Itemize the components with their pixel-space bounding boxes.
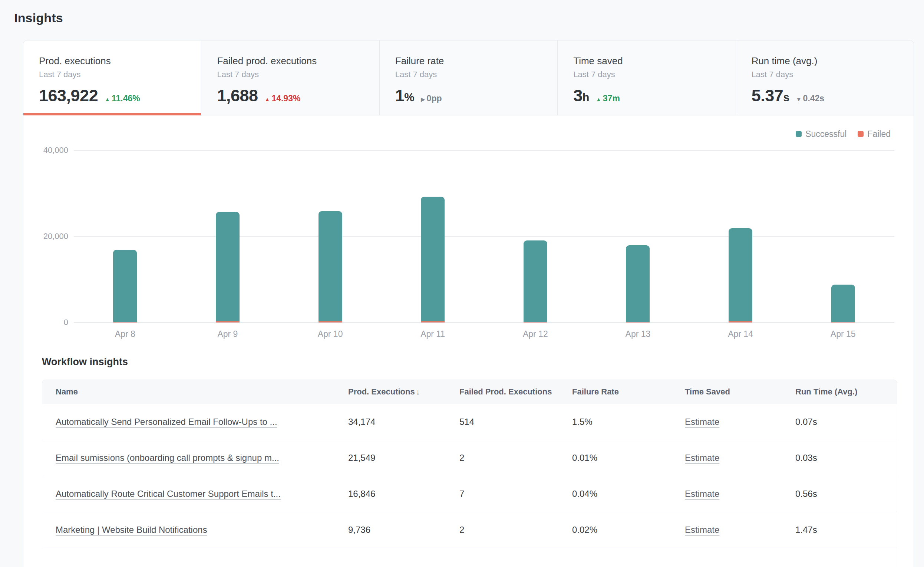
bar-failed-segment: [113, 322, 137, 323]
sort-descending-icon: ↓: [415, 387, 420, 396]
cell-prod-executions: 16,846: [348, 476, 459, 512]
y-axis-label: 40,000: [23, 146, 68, 155]
chart-plot-area: 40,00020,0000: [23, 150, 914, 322]
column-header-time-saved[interactable]: Time Saved: [685, 380, 795, 404]
cell-failed-prod-executions: 514: [459, 404, 572, 440]
bar-apr-12: [524, 241, 547, 322]
triangle-flat-icon: ▶: [421, 96, 425, 103]
metric-tab-failure-rate[interactable]: Failure rateLast 7 days1%▶0pp: [380, 41, 558, 115]
workflow-name-cell: Email sumissions (onboarding call prompt…: [42, 440, 348, 476]
x-axis-label: Apr 13: [586, 329, 689, 339]
bar-apr-14: [729, 228, 752, 322]
metric-label: Prod. executions: [39, 54, 185, 67]
workflow-name-cell: [42, 548, 348, 567]
legend-item-failed[interactable]: Failed: [858, 129, 891, 139]
workflow-name-link[interactable]: Marketing | Website Build Notifications: [56, 525, 207, 535]
cell-time-saved: Estimate: [685, 476, 795, 512]
x-axis-label: Apr 15: [792, 329, 894, 339]
metric-delta: ▲37m: [596, 93, 620, 104]
cell-prod-executions: 21,549: [348, 440, 459, 476]
chart-legend: SuccessfulFailed: [23, 128, 891, 140]
cell-prod-executions: 34,174: [348, 404, 459, 440]
cell-failed-prod-executions: 2: [459, 440, 572, 476]
metric-period: Last 7 days: [395, 69, 542, 80]
cell-time-saved: Estimate: [685, 512, 795, 548]
metric-period: Last 7 days: [39, 69, 185, 80]
bar-failed-segment: [831, 322, 855, 323]
estimate-link[interactable]: Estimate: [685, 489, 719, 499]
column-header-failure-rate[interactable]: Failure Rate: [572, 380, 685, 404]
page-title: Insights: [14, 0, 914, 26]
metric-delta: ▼0.42s: [796, 93, 824, 104]
estimate-link[interactable]: Estimate: [685, 525, 719, 535]
workflow-name-link[interactable]: Automatically Send Personalized Email Fo…: [56, 417, 278, 427]
bar-successful-segment: [524, 241, 547, 321]
bar-successful-segment: [421, 197, 445, 321]
bar-successful-segment: [113, 250, 137, 322]
triangle-up-icon: ▲: [596, 96, 602, 102]
bar-apr-11: [421, 197, 445, 322]
column-header-failed-prod-executions[interactable]: Failed Prod. Executions: [459, 380, 572, 404]
workflow-name-cell: Automatically Send Personalized Email Fo…: [42, 404, 348, 440]
column-header-run-time-avg[interactable]: Run Time (Avg.): [795, 380, 897, 404]
metric-tab-time-saved[interactable]: Time savedLast 7 days3h▲37m: [558, 41, 736, 115]
x-axis-label: Apr 10: [279, 329, 381, 339]
cell-time-saved: Estimate: [685, 440, 795, 476]
bar-failed-segment: [318, 321, 342, 322]
x-axis-label: Apr 9: [177, 329, 279, 339]
x-axis-label: Apr 12: [484, 329, 587, 339]
triangle-down-icon: ▼: [796, 96, 802, 102]
executions-chart: SuccessfulFailed 40,00020,0000 Apr 8Apr …: [23, 116, 914, 339]
cell-failed-prod-executions: 7: [459, 476, 572, 512]
x-axis-label: Apr 14: [689, 329, 792, 339]
cell-failure-rate: [572, 548, 685, 567]
cell-run-time: 1.47s: [795, 512, 897, 548]
gridline: [74, 322, 894, 323]
cell-time-saved: Estimate: [685, 404, 795, 440]
metric-delta: ▲11.46%: [105, 93, 140, 104]
bar-apr-10: [318, 211, 342, 322]
triangle-up-icon: ▲: [105, 96, 110, 102]
metric-value: 5.37s: [752, 86, 789, 105]
table-row: Email sumissions (onboarding call prompt…: [42, 440, 897, 476]
cell-failed-prod-executions: 2: [459, 512, 572, 548]
cell-prod-executions: [348, 548, 459, 567]
metric-value: 3h: [573, 86, 589, 105]
insights-card: Prod. executionsLast 7 days163,922▲11.46…: [23, 40, 914, 567]
metric-tab-failed-prod-executions[interactable]: Failed prod. executionsLast 7 days1,688▲…: [201, 41, 380, 115]
metric-label: Run time (avg.): [752, 54, 898, 67]
x-axis-label: Apr 11: [381, 329, 484, 339]
metric-tab-prod-executions[interactable]: Prod. executionsLast 7 days163,922▲11.46…: [23, 41, 201, 115]
bar-apr-9: [216, 212, 240, 322]
table-row: [42, 548, 897, 567]
workflow-name-link[interactable]: Email sumissions (onboarding call prompt…: [56, 453, 279, 463]
metric-period: Last 7 days: [752, 69, 898, 80]
workflow-name-cell: Marketing | Website Build Notifications: [42, 512, 348, 548]
metric-tab-run-time-avg[interactable]: Run time (avg.)Last 7 days5.37s▼0.42s: [736, 41, 914, 115]
cell-failure-rate: 0.04%: [572, 476, 685, 512]
table-row: Automatically Route Critical Customer Su…: [42, 476, 897, 512]
legend-item-successful[interactable]: Successful: [796, 129, 846, 139]
cell-time-saved: [685, 548, 795, 567]
bar-successful-segment: [216, 212, 240, 321]
column-header-name[interactable]: Name: [42, 380, 348, 404]
x-axis-labels: Apr 8Apr 9Apr 10Apr 11Apr 12Apr 13Apr 14…: [74, 329, 894, 339]
table-header-row: NameProd. Executions↓Failed Prod. Execut…: [42, 380, 897, 404]
bar-failed-segment: [729, 321, 752, 322]
workflow-name-cell: Automatically Route Critical Customer Su…: [42, 476, 348, 512]
estimate-link[interactable]: Estimate: [685, 417, 719, 427]
metric-label: Failed prod. executions: [217, 54, 363, 67]
column-header-prod-executions[interactable]: Prod. Executions↓: [348, 380, 459, 404]
bar-failed-segment: [216, 321, 240, 322]
legend-swatch-icon: [796, 131, 802, 137]
bar-failed-segment: [626, 322, 650, 323]
metric-value: 1%: [395, 86, 414, 105]
metric-delta: ▲14.93%: [265, 93, 301, 104]
y-axis-label: 0: [23, 317, 68, 327]
workflow-name-link[interactable]: Automatically Route Critical Customer Su…: [56, 489, 280, 499]
insights-page: Insights Prod. executionsLast 7 days163,…: [0, 0, 924, 567]
x-axis-label: Apr 8: [74, 329, 177, 339]
cell-prod-executions: 9,736: [348, 512, 459, 548]
estimate-link[interactable]: Estimate: [685, 453, 719, 463]
bar-successful-segment: [318, 211, 342, 321]
